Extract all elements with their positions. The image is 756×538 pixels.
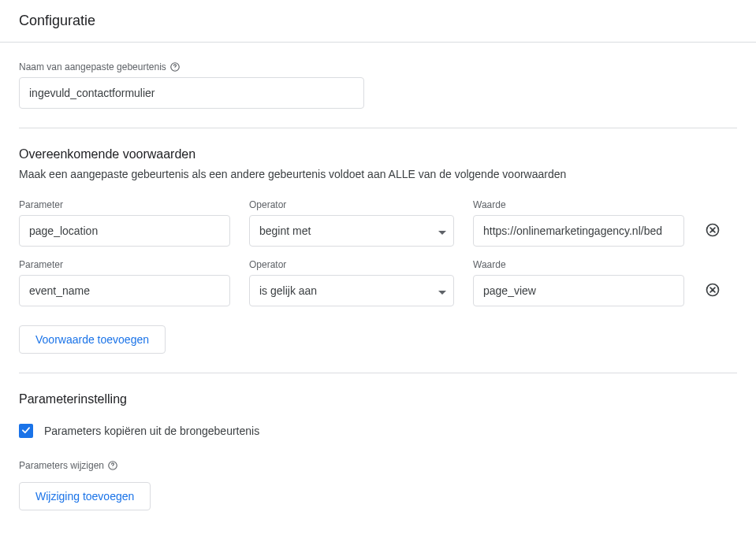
operator-select[interactable]: is gelijk aan xyxy=(249,275,454,306)
condition-row: Parameter Operator begint met Waarde xyxy=(19,199,737,247)
modify-parameters-label: Parameters wijzigen xyxy=(19,460,737,471)
modify-parameters-label-text: Parameters wijzigen xyxy=(19,460,104,471)
page-title: Configuratie xyxy=(19,13,737,29)
value-input[interactable] xyxy=(473,215,684,247)
operator-select-wrap: begint met xyxy=(249,215,454,247)
svg-point-5 xyxy=(113,467,114,468)
content-area: Naam van aangepaste gebeurtenis Overeenk… xyxy=(0,43,756,529)
condition-operator-col: Operator is gelijk aan xyxy=(249,259,454,306)
remove-condition-button[interactable] xyxy=(703,275,722,306)
custom-event-name-label: Naam van aangepaste gebeurtenis xyxy=(19,61,737,72)
parameter-label: Parameter xyxy=(19,199,230,210)
check-icon xyxy=(20,425,32,438)
operator-label: Operator xyxy=(249,199,454,210)
operator-label: Operator xyxy=(249,259,454,270)
condition-parameter-col: Parameter xyxy=(19,259,230,306)
custom-event-name-input[interactable] xyxy=(19,77,364,109)
conditions-description: Maak een aangepaste gebeurtenis als een … xyxy=(19,168,737,180)
close-circle-icon xyxy=(705,282,721,300)
close-circle-icon xyxy=(705,222,721,240)
add-modification-button[interactable]: Wijziging toevoegen xyxy=(19,482,151,510)
copy-parameters-label: Parameters kopiëren uit de brongebeurten… xyxy=(44,425,259,437)
header: Configuratie xyxy=(0,0,756,43)
value-label: Waarde xyxy=(473,199,684,210)
parameter-input[interactable] xyxy=(19,215,230,247)
condition-row: Parameter Operator is gelijk aan Waarde xyxy=(19,259,737,306)
parameter-label: Parameter xyxy=(19,259,230,270)
svg-point-1 xyxy=(174,69,175,69)
condition-value-col: Waarde xyxy=(473,259,684,306)
help-icon[interactable] xyxy=(169,61,181,72)
help-icon[interactable] xyxy=(107,460,118,471)
parameter-input[interactable] xyxy=(19,275,230,306)
value-label: Waarde xyxy=(473,259,684,270)
condition-operator-col: Operator begint met xyxy=(249,199,454,247)
divider xyxy=(19,373,737,373)
condition-parameter-col: Parameter xyxy=(19,199,230,247)
custom-event-name-label-text: Naam van aangepaste gebeurtenis xyxy=(19,61,166,72)
condition-value-col: Waarde xyxy=(473,199,684,247)
operator-select-wrap: is gelijk aan xyxy=(249,275,454,306)
operator-select[interactable]: begint met xyxy=(249,215,454,247)
divider xyxy=(19,128,737,128)
copy-parameters-row: Parameters kopiëren uit de brongebeurten… xyxy=(19,424,737,438)
copy-parameters-checkbox[interactable] xyxy=(19,424,33,438)
conditions-title: Overeenkomende voorwaarden xyxy=(19,147,737,161)
value-input[interactable] xyxy=(473,275,684,306)
add-condition-button[interactable]: Voorwaarde toevoegen xyxy=(19,325,166,354)
remove-condition-button[interactable] xyxy=(703,215,722,247)
parameter-settings-title: Parameterinstelling xyxy=(19,392,737,406)
